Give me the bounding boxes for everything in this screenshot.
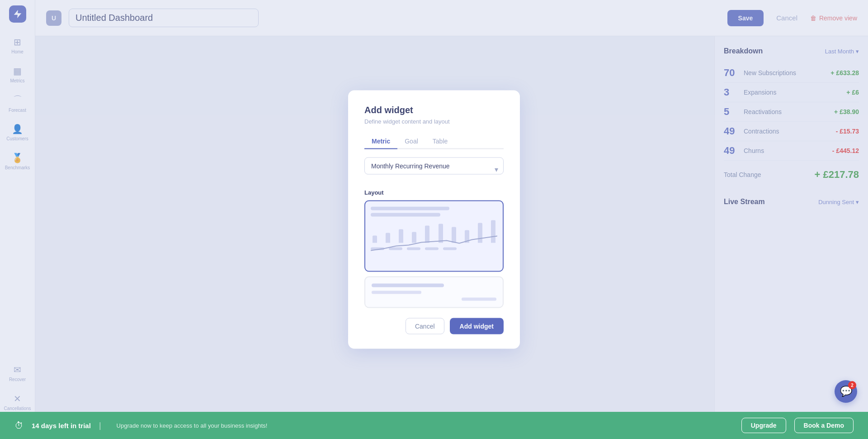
trial-banner: ⏱ 14 days left in trial | Upgrade now to… — [0, 412, 868, 439]
modal-tabs: Metric Goal Table — [364, 134, 504, 149]
modal-add-button[interactable]: Add widget — [450, 318, 504, 334]
metric-select-wrapper: Monthly Recurring Revenue — [364, 157, 504, 182]
modal-title: Add widget — [364, 105, 504, 115]
layout-option-chart[interactable] — [364, 200, 504, 272]
metric-select[interactable]: Monthly Recurring Revenue — [364, 157, 504, 175]
trial-days-text: 14 days left in trial — [32, 422, 91, 429]
chat-button[interactable]: 💬 2 — [835, 380, 857, 403]
upgrade-button[interactable]: Upgrade — [741, 418, 786, 433]
layout-label: Layout — [364, 189, 504, 196]
layout-option-simple[interactable] — [364, 277, 504, 308]
layout-preview-simple — [372, 284, 496, 301]
banner-separator: | — [99, 421, 101, 430]
tab-table[interactable]: Table — [425, 134, 455, 149]
tab-goal[interactable]: Goal — [397, 134, 425, 149]
modal-cancel-button[interactable]: Cancel — [406, 318, 444, 334]
chat-badge: 2 — [848, 381, 856, 389]
chart-preview — [371, 207, 497, 266]
add-widget-modal: Add widget Define widget content and lay… — [348, 91, 520, 349]
tab-metric[interactable]: Metric — [364, 134, 397, 149]
clock-icon: ⏱ — [14, 420, 24, 431]
modal-buttons: Cancel Add widget — [364, 318, 504, 334]
banner-message: Upgrade now to keep access to all your b… — [117, 422, 268, 429]
modal-subtitle: Define widget content and layout — [364, 118, 504, 125]
book-demo-button[interactable]: Book a Demo — [794, 418, 854, 433]
